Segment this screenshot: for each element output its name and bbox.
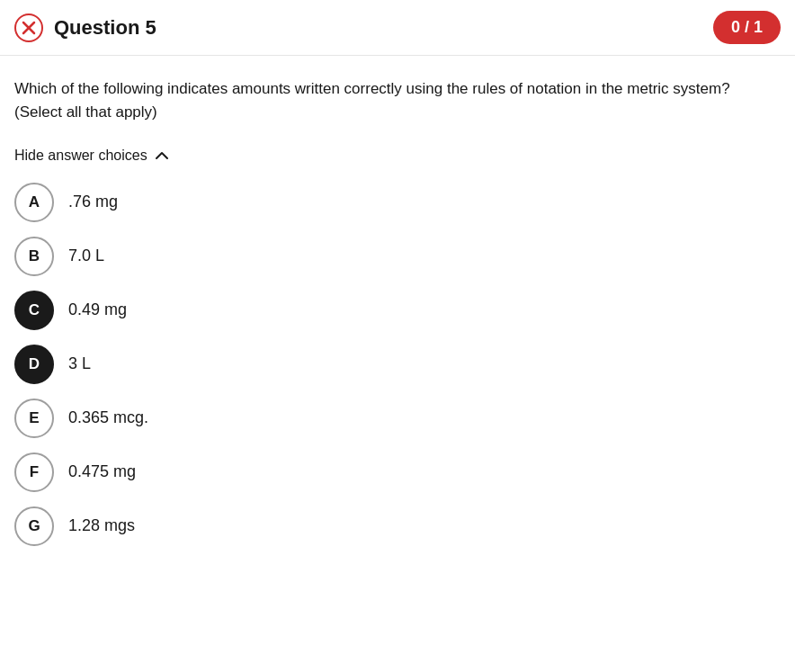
answer-circle-d: D (14, 345, 54, 384)
header: Question 5 0 / 1 (0, 0, 795, 56)
score-badge: 0 / 1 (713, 11, 781, 44)
answer-item[interactable]: A.76 mg (14, 183, 781, 222)
answer-text-a: .76 mg (68, 193, 118, 211)
answer-item[interactable]: C0.49 mg (14, 291, 781, 330)
hide-toggle-button[interactable]: Hide answer choices (14, 147, 781, 165)
answer-item[interactable]: G1.28 mgs (14, 506, 781, 546)
question-title: Question 5 (54, 16, 156, 40)
close-icon[interactable] (14, 13, 43, 42)
answer-item[interactable]: F0.475 mg (14, 452, 781, 492)
answer-item[interactable]: D3 L (14, 345, 781, 384)
answer-item[interactable]: B7.0 L (14, 237, 781, 276)
header-left: Question 5 (14, 13, 156, 42)
answer-circle-b: B (14, 237, 54, 276)
answer-item[interactable]: E0.365 mcg. (14, 399, 781, 438)
answer-text-g: 1.28 mgs (68, 516, 135, 535)
answer-circle-f: F (14, 452, 54, 492)
chevron-up-icon (153, 147, 171, 165)
answer-circle-e: E (14, 399, 54, 438)
answer-text-f: 0.475 mg (68, 462, 136, 481)
main-content: Which of the following indicates amounts… (0, 56, 795, 560)
answer-list: A.76 mgB7.0 LC0.49 mgD3 LE0.365 mcg.F0.4… (14, 183, 781, 546)
answer-circle-a: A (14, 183, 54, 222)
question-text: Which of the following indicates amounts… (14, 77, 781, 125)
hide-toggle-label: Hide answer choices (14, 148, 147, 164)
answer-circle-g: G (14, 506, 54, 546)
answer-text-d: 3 L (68, 354, 91, 373)
answer-text-b: 7.0 L (68, 246, 104, 265)
answer-circle-c: C (14, 291, 54, 330)
answer-text-c: 0.49 mg (68, 300, 127, 319)
answer-text-e: 0.365 mcg. (68, 408, 148, 427)
